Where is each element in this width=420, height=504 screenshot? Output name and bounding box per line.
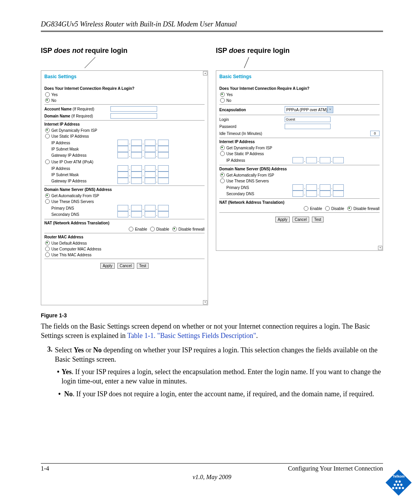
field-label: Encapsulation — [219, 108, 285, 112]
field-note: (If Required) — [73, 107, 94, 111]
section-label: Router MAC Address — [44, 235, 205, 239]
scroll-up-icon[interactable]: ▴ — [203, 71, 207, 75]
secondary-dns-input[interactable]: ... — [117, 211, 169, 217]
radio-ipoa[interactable] — [45, 159, 50, 164]
page: DG834GUv5 Wireless Router with Built-in … — [0, 0, 420, 504]
radio-nat-disable[interactable] — [325, 206, 330, 211]
radio-static[interactable] — [220, 151, 225, 156]
bold: No — [93, 346, 102, 354]
radio-mac-default[interactable] — [45, 241, 50, 245]
cancel-button[interactable]: Cancel — [292, 217, 309, 222]
radio-nat-disable-fw[interactable] — [347, 206, 352, 211]
svg-point-13 — [399, 480, 401, 483]
text: . If your ISP does not require a login, … — [73, 390, 374, 398]
bullet-yes: •Yes. If your ISP requires a login, sele… — [55, 367, 383, 386]
text: . — [256, 332, 258, 340]
svg-point-5 — [392, 487, 394, 489]
radio-nat-enable[interactable] — [129, 227, 133, 231]
svg-marker-4 — [385, 469, 411, 495]
radio-label: Yes — [51, 93, 58, 97]
gw-input[interactable]: ... — [117, 178, 169, 184]
primary-dns-input[interactable]: ... — [292, 184, 344, 191]
ip-input[interactable]: ... — [117, 140, 169, 146]
radio-dns-use[interactable] — [45, 199, 50, 204]
rule — [41, 32, 383, 32]
version: v1.0, May 2009 — [41, 474, 383, 481]
chevron-down-icon: v — [327, 107, 333, 113]
text: require login — [245, 47, 290, 54]
radio-nat-enable[interactable] — [304, 206, 308, 211]
left-column: ISP does not require login ▴ Basic Setti… — [41, 47, 208, 305]
login-input[interactable]: Guest — [285, 117, 331, 122]
question-label: Does Your Internet Connection Require A … — [44, 86, 205, 91]
svg-point-7 — [399, 487, 401, 489]
bullet-no: •No. If your ISP does not require a logi… — [55, 389, 383, 399]
svg-point-6 — [396, 487, 398, 489]
radio-yes[interactable] — [45, 92, 50, 97]
radio-nat-disable-fw[interactable] — [172, 227, 177, 231]
field-label: Login — [219, 117, 285, 122]
cross-ref-link[interactable]: Table 1-1. "Basic Settings Fields Descri… — [127, 332, 256, 340]
cancel-button[interactable]: Cancel — [117, 263, 134, 269]
text: or — [84, 346, 93, 354]
scroll-down-icon[interactable]: ▾ — [203, 300, 207, 304]
radio-dyn-isp[interactable] — [220, 145, 225, 150]
svg-line-2 — [241, 57, 249, 68]
radio-label: Enable — [135, 227, 147, 231]
test-button[interactable]: Test — [137, 263, 149, 269]
secondary-dns-input[interactable]: ... — [292, 191, 344, 197]
apply-button[interactable]: Apply — [275, 217, 290, 222]
basic-settings-panel-nologin: ▴ Basic Settings Does Your Internet Conn… — [41, 70, 208, 305]
primary-dns-input[interactable]: ... — [117, 205, 169, 211]
radio-no[interactable] — [220, 98, 225, 103]
radio-dns-auto[interactable] — [45, 193, 50, 198]
pointer-arrow-icon — [41, 57, 173, 68]
idle-timeout-input[interactable]: 0 — [370, 131, 380, 136]
radio-label: Disable — [331, 206, 344, 211]
scroll-down-icon[interactable]: ▾ — [378, 246, 382, 250]
radio-label: Disable firewall — [178, 227, 205, 231]
radio-label: Get Automatically From ISP — [51, 194, 99, 198]
radio-dyn-isp[interactable] — [45, 128, 50, 133]
radio-nat-disable[interactable] — [150, 227, 155, 231]
figure-caption: Figure 1-3 — [41, 312, 383, 318]
password-input[interactable] — [285, 124, 331, 129]
account-name-input[interactable] — [110, 106, 157, 112]
radio-mac-computer[interactable] — [45, 247, 50, 251]
gw-input[interactable]: ... — [117, 152, 169, 158]
paragraph: The fields on the Basic Settings screen … — [41, 322, 383, 341]
radio-no[interactable] — [45, 98, 50, 103]
question-label: Does Your Internet Connection Require A … — [219, 86, 380, 91]
bold: No — [64, 390, 73, 398]
bold: Yes — [74, 346, 84, 354]
pointer-arrow-icon — [216, 57, 348, 68]
radio-dns-auto[interactable] — [220, 173, 225, 177]
mask-input[interactable]: ... — [117, 146, 169, 152]
radio-label: Get Dynamically From ISP — [226, 146, 272, 150]
field-label: Primary DNS — [226, 186, 292, 190]
step-number: 3. — [41, 345, 55, 402]
domain-name-input[interactable] — [110, 113, 157, 119]
radio-label: No — [51, 98, 56, 103]
radio-dns-use[interactable] — [220, 178, 225, 183]
text: require login — [83, 47, 128, 54]
radio-mac-this[interactable] — [45, 252, 50, 257]
svg-text:Telkom: Telkom — [392, 474, 404, 478]
apply-button[interactable]: Apply — [100, 263, 115, 269]
radio-label: Use These DNS Servers — [226, 179, 269, 183]
radio-label: Use Default Address — [51, 241, 87, 245]
ip-input[interactable]: ... — [292, 157, 344, 163]
right-column: ISP does require login Basic Settings Do… — [216, 47, 383, 251]
radio-static[interactable] — [45, 134, 50, 138]
step-3: 3. Select Yes or No depending on whether… — [41, 345, 383, 402]
section-name: Configuring Your Internet Connection — [288, 465, 383, 472]
field-label: Secondary DNS — [51, 212, 117, 217]
test-button[interactable]: Test — [312, 217, 324, 222]
radio-yes[interactable] — [220, 92, 225, 97]
field-label: Secondary DNS — [226, 192, 292, 196]
rule — [41, 31, 383, 31]
field-label: IP Subnet Mask — [51, 173, 117, 177]
mask-input[interactable]: ... — [117, 172, 169, 178]
ip-input[interactable]: ... — [117, 165, 169, 172]
encapsulation-select[interactable]: PPPoA (PPP over ATM)v — [285, 106, 333, 113]
